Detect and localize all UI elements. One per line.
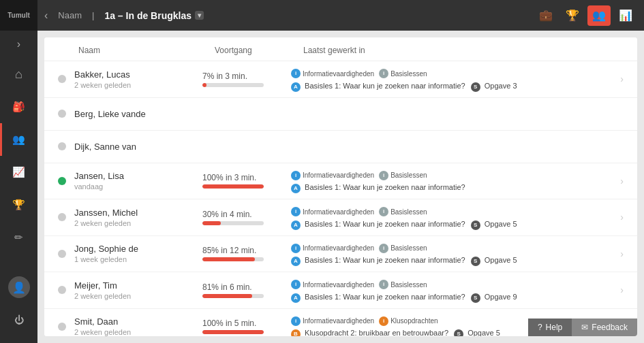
detail-text2: Opgave 3 xyxy=(485,82,517,90)
back-button[interactable]: ‹ xyxy=(44,10,48,22)
groups-icon: 👥 xyxy=(12,133,25,146)
main-content: ‹ Naam | 1a – In de Brugklas ▾ 💼 🏆 👥 � xyxy=(37,0,644,343)
trophy-top-icon: 🏆 xyxy=(566,9,579,22)
tag2-icon: i xyxy=(379,171,388,180)
detail-icon: B xyxy=(291,329,301,336)
progress-bar-bg xyxy=(202,294,264,298)
tag2: i Basislessen xyxy=(379,280,427,290)
tag1-label: Informatievaardigheden xyxy=(303,280,374,290)
sidebar: Tumult › ⌂ 🎒 👥 📈 🏆 ✏ xyxy=(0,0,37,343)
help-button[interactable]: ? Help xyxy=(528,318,572,336)
row-arrow[interactable]: › xyxy=(620,248,624,259)
pencil-icon: ✏ xyxy=(14,231,23,244)
progress-text: 100% in 5 min. xyxy=(202,318,291,328)
sidebar-logo: Tumult xyxy=(0,0,37,31)
progress-bar-bg xyxy=(202,221,264,225)
row-arrow[interactable]: › xyxy=(620,176,624,186)
sidebar-bottom: 👤 ⏻ xyxy=(0,276,37,336)
progress-text: 30% in 4 min. xyxy=(202,210,291,219)
progress-bar-fill xyxy=(202,257,255,261)
row-indicator xyxy=(58,213,66,221)
detail-text: Basisles 1: Waar kun je zoeken naar info… xyxy=(305,256,465,264)
sidebar-item-power[interactable]: ⏻ xyxy=(0,304,37,336)
tag1: i Informatievaardigheden xyxy=(291,280,374,290)
tag1-label: Informatievaardigheden xyxy=(303,207,374,217)
student-name-col: Smit, Daan 2 weken geleden xyxy=(74,316,202,336)
progress-bar-fill xyxy=(202,221,221,225)
tag2-label: Basislessen xyxy=(390,69,427,79)
tag2-icon: i xyxy=(379,207,388,216)
student-last-col: i Informatievaardigheden i Basislessen A… xyxy=(291,169,617,194)
table-row[interactable]: Jong, Sophie de 1 week geleden 85% in 12… xyxy=(44,236,637,273)
progress-col: 30% in 4 min. xyxy=(202,210,291,225)
student-name-col: Janssen, Michel 2 weken geleden xyxy=(74,208,202,227)
row-arrow[interactable]: › xyxy=(620,74,624,84)
tag1-icon: i xyxy=(291,171,301,180)
groups-button[interactable]: 👥 xyxy=(587,5,611,26)
student-name: Jansen, Lisa xyxy=(74,171,202,181)
class-dropdown[interactable]: ▾ xyxy=(195,11,204,20)
tag2-icon: i xyxy=(379,316,388,326)
detail-icon: A xyxy=(291,220,301,230)
sidebar-item-bag[interactable]: 🎒 xyxy=(0,91,37,123)
col-header-voortgang: Voortgang xyxy=(215,46,303,55)
sidebar-expand-button[interactable]: › xyxy=(0,31,37,58)
tag2: i Basislessen xyxy=(379,243,427,253)
row-arrow[interactable]: › xyxy=(620,212,624,223)
table-row[interactable]: Janssen, Michel 2 weken geleden 30% in 4… xyxy=(44,199,637,236)
avatar[interactable]: 👤 xyxy=(8,276,30,298)
table-row[interactable]: Jansen, Lisa vandaag 100% in 3 min. i In… xyxy=(44,163,637,200)
feedback-button[interactable]: ✉ Feedback xyxy=(572,318,637,336)
sidebar-nav: ⌂ 🎒 👥 📈 🏆 ✏ xyxy=(0,58,37,276)
sidebar-item-home[interactable]: ⌂ xyxy=(0,58,37,91)
chart-button[interactable]: 📊 xyxy=(614,5,637,26)
tags-row: i Informatievaardigheden i Basislessen xyxy=(291,67,617,79)
student-last-col: i Informatievaardigheden i Basislessen A… xyxy=(291,278,617,303)
tag2: i Basislessen xyxy=(379,170,427,180)
student-last-col: i Informatievaardigheden i Basislessen A… xyxy=(291,205,617,230)
table-row[interactable]: Bakker, Lucas 2 weken geleden 7% in 3 mi… xyxy=(44,61,637,98)
sidebar-item-trophy[interactable]: 🏆 xyxy=(0,189,37,221)
tag2-label: Basislessen xyxy=(390,170,427,180)
detail-row: A Basisles 1: Waar kun je zoeken naar in… xyxy=(291,182,617,193)
chart-icon: 📈 xyxy=(12,166,25,178)
student-name-col: Meijer, Tim 2 weken geleden xyxy=(74,280,202,300)
progress-col: 100% in 5 min. xyxy=(202,318,291,334)
tag2-icon: i xyxy=(379,69,388,78)
tag1-icon: i xyxy=(291,316,301,326)
progress-col: 100% in 3 min. xyxy=(202,173,291,189)
tag1-label: Informatievaardigheden xyxy=(303,316,374,326)
tag1: i Informatievaardigheden xyxy=(291,316,374,326)
briefcase-button[interactable]: 💼 xyxy=(534,5,557,26)
tag1: i Informatievaardigheden xyxy=(291,69,374,79)
tag1: i Informatievaardigheden xyxy=(291,243,374,253)
student-date: 2 weken geleden xyxy=(74,219,202,227)
col-header-naam: Naam xyxy=(78,46,215,55)
sidebar-item-chart[interactable]: 📈 xyxy=(0,156,37,189)
tags-row: i Informatievaardigheden i Basislessen xyxy=(291,278,617,290)
tag1-label: Informatievaardigheden xyxy=(303,69,374,79)
help-label: Help xyxy=(546,323,563,332)
sidebar-item-pencil[interactable]: ✏ xyxy=(0,221,37,254)
student-date: 2 weken geleden xyxy=(74,81,202,89)
row-arrow[interactable]: › xyxy=(620,284,624,295)
sidebar-item-groups[interactable]: 👥 xyxy=(0,123,37,156)
detail-text2: Opgave 9 xyxy=(485,293,517,301)
student-list: Bakker, Lucas 2 weken geleden 7% in 3 mi… xyxy=(44,61,637,336)
progress-text: 85% in 12 min. xyxy=(202,246,291,255)
progress-bar-bg xyxy=(202,330,264,334)
detail-row: A Basisles 1: Waar kun je zoeken naar in… xyxy=(291,291,617,303)
klassen-link[interactable]: Naam xyxy=(58,10,82,20)
trophy-button[interactable]: 🏆 xyxy=(561,5,584,26)
tag2-label: Klusopdrachten xyxy=(390,316,438,326)
detail-text: Basisles 1: Waar kun je zoeken naar info… xyxy=(305,220,465,228)
power-icon: ⏻ xyxy=(14,314,24,325)
tags-row: i Informatievaardigheden i Basislessen xyxy=(291,205,617,217)
row-indicator xyxy=(58,142,66,150)
student-name-col: Dijk, Sanne van xyxy=(74,142,202,152)
student-name: Smit, Daan xyxy=(74,316,202,327)
table-row[interactable]: Meijer, Tim 2 weken geleden 81% in 6 min… xyxy=(44,272,637,309)
detail-row: A Basisles 1: Waar kun je zoeken naar in… xyxy=(291,80,617,92)
progress-bar-bg xyxy=(202,257,264,261)
student-date: vandaag xyxy=(74,182,202,191)
